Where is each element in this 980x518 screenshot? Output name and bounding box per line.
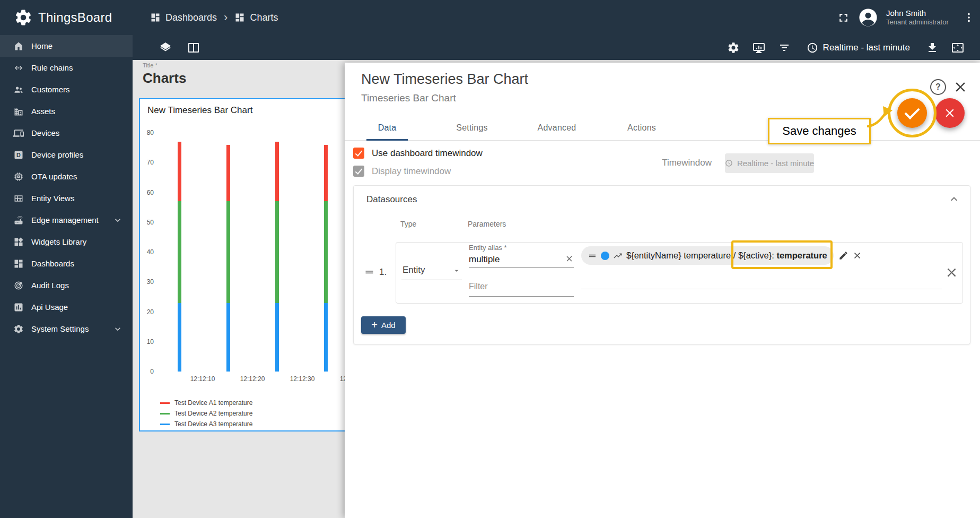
drag-handle-icon[interactable] [364, 266, 375, 278]
tab-advanced[interactable]: Advanced [514, 116, 599, 140]
add-button-label: Add [381, 321, 396, 330]
dashboard-title: Charts [143, 70, 186, 87]
manage-states-icon[interactable] [159, 41, 172, 54]
legend-item[interactable]: Test Device A2 temperature [160, 408, 252, 419]
y-tick-label: 20 [140, 308, 154, 316]
clock-icon [807, 42, 818, 54]
settings-gear-icon [13, 324, 24, 334]
user-role: Tenant administrator [886, 18, 955, 27]
user-name: John Smith [886, 8, 955, 19]
add-datasource-button[interactable]: + Add [361, 316, 406, 334]
bar-segment [324, 201, 328, 303]
tab-data[interactable]: Data [345, 116, 430, 140]
legend-item[interactable]: Test Device A1 temperature [160, 398, 252, 408]
datasource-type-value: Entity [402, 265, 425, 275]
bar-segment [178, 201, 181, 303]
filter-placeholder: Filter [469, 282, 574, 291]
tab-label: Settings [456, 123, 487, 132]
close-editor-icon[interactable] [952, 79, 968, 95]
breadcrumb-separator: › [224, 11, 228, 24]
filters-icon[interactable] [778, 41, 791, 54]
chart-plot: 12:12:1012:12:2012:12:3012:12:40 [156, 133, 352, 372]
column-type: Type [400, 220, 416, 228]
ota-updates-icon [13, 171, 24, 182]
legend-label: Test Device A3 temperature [174, 420, 252, 428]
sidebar-item-label: Api Usage [31, 303, 68, 312]
y-tick-label: 0 [140, 368, 154, 375]
datakey-chips: ${entityName} temperature / ${active}: t… [581, 246, 834, 265]
breadcrumb-dashboards[interactable]: Dashboards [150, 12, 217, 23]
sidebar-item-label: Home [31, 41, 52, 50]
sidebar-item-label: Dashboards [31, 259, 74, 268]
y-tick-label: 50 [140, 219, 154, 226]
remove-datasource-icon[interactable] [944, 265, 959, 280]
breadcrumb-charts[interactable]: Charts [234, 12, 278, 23]
breadcrumb-label: Charts [250, 12, 278, 23]
sidebar-nav: HomeRule chainsCustomersAssetsDevicesDDe… [0, 35, 133, 518]
tab-actions[interactable]: Actions [599, 116, 684, 140]
help-button[interactable]: ? [930, 79, 946, 95]
user-info[interactable]: John Smith Tenant administrator [886, 8, 955, 27]
bar-segment [324, 145, 328, 202]
edit-key-icon[interactable] [838, 251, 848, 261]
save-changes-tooltip: Save changes [768, 118, 871, 144]
apply-changes-button[interactable] [897, 98, 927, 128]
thingsboard-logo-icon [14, 8, 33, 27]
more-menu-icon[interactable] [963, 12, 975, 23]
sidebar-item-label: Edge management [31, 215, 99, 225]
sidebar-item-label: Widgets Library [31, 237, 86, 246]
audit-logs-icon [13, 280, 24, 291]
sidebar-item-ota-updates[interactable]: OTA updates [0, 166, 133, 187]
timewindow-button[interactable]: Realtime - last minute [803, 41, 913, 54]
dashboards-icon [13, 258, 24, 269]
sidebar-item-dashboards[interactable]: Dashboards [0, 253, 133, 274]
sidebar-item-system-settings[interactable]: System Settings [0, 318, 133, 340]
sidebar-item-customers[interactable]: Customers [0, 79, 133, 100]
export-dashboard-icon[interactable] [926, 41, 939, 54]
filter-field[interactable]: Filter [469, 279, 574, 297]
checkbox-checked-disabled-icon [353, 166, 364, 177]
app-logo[interactable]: ThingsBoard [0, 8, 127, 27]
datakey-chip[interactable]: ${entityName} temperature / ${active}: t… [581, 246, 834, 265]
sidebar-item-rule-chains[interactable]: Rule chains [0, 57, 133, 79]
sidebar-item-assets[interactable]: Assets [0, 100, 133, 122]
entity-aliases-icon[interactable] [752, 41, 765, 54]
sidebar-item-devices[interactable]: Devices [0, 122, 133, 144]
active-tab-indicator [366, 139, 408, 141]
chevron-up-icon[interactable] [948, 193, 960, 205]
customers-icon [13, 84, 24, 95]
discard-changes-button[interactable] [935, 98, 965, 128]
sidebar-item-widgets-library[interactable]: Widgets Library [0, 231, 133, 253]
editor-tabs: DataSettingsAdvancedActions [345, 116, 980, 141]
sidebar-item-edge-management[interactable]: Edge management [0, 209, 133, 231]
dashboard-settings-icon[interactable] [727, 41, 740, 54]
chevron-down-icon [452, 266, 461, 275]
legend-item[interactable]: Test Device A3 temperature [160, 419, 252, 429]
expand-dashboard-icon[interactable] [951, 41, 964, 54]
datasource-type-select[interactable]: Entity [401, 262, 462, 280]
checkbox-label: Display timewindow [372, 166, 451, 177]
x-tick-label: 12:12:10 [190, 375, 215, 383]
fullscreen-icon[interactable] [837, 11, 850, 24]
editor-subtitle: Timeseries Bar Chart [361, 92, 456, 104]
sidebar-item-home[interactable]: Home [0, 35, 133, 57]
clear-alias-icon[interactable] [565, 254, 574, 263]
editor-title: New Timeseries Bar Chart [361, 71, 528, 88]
legend-color-marker [160, 402, 170, 404]
rule-chains-icon [13, 63, 24, 73]
dashboard-title-field[interactable]: Title * Charts [143, 62, 186, 87]
remove-key-icon[interactable] [852, 251, 862, 261]
svg-text:D: D [16, 152, 21, 158]
user-avatar[interactable] [858, 7, 878, 28]
sidebar-item-entity-views[interactable]: Entity Views [0, 187, 133, 209]
manage-layouts-icon[interactable] [187, 41, 200, 54]
entity-alias-field[interactable]: Entity alias * multiple [469, 244, 574, 267]
use-dashboard-timewindow-checkbox[interactable]: Use dashboard timewindow [353, 148, 483, 159]
sidebar-item-api-usage[interactable]: Api Usage [0, 296, 133, 318]
sidebar-item-device-profiles[interactable]: DDevice profiles [0, 144, 133, 166]
sidebar-item-audit-logs[interactable]: Audit Logs [0, 274, 133, 296]
widget-title: New Timeseries Bar Chart [147, 105, 252, 116]
drag-handle-icon[interactable] [588, 251, 597, 261]
widgets-library-icon [13, 237, 24, 247]
tab-settings[interactable]: Settings [430, 116, 514, 140]
